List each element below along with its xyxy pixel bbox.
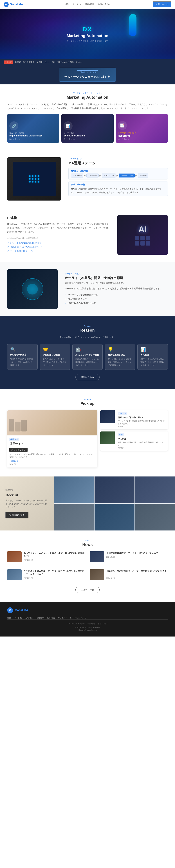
- ma-small-title: マーケティングオートメーション: [7, 92, 168, 94]
- ai-visual: AI: [135, 224, 150, 246]
- pickup-secondary-title-1: 日経ネット「私の心に響く」: [118, 416, 166, 419]
- news-title-3[interactable]: 今年のネットの人気度「マーケターは今どうしている」世界の「マーケターは今？」: [24, 569, 85, 576]
- recruit-title: Recruit: [5, 493, 49, 497]
- header-nav: 機能 サービス 価格/費用 お問い合わせ: [65, 3, 111, 6]
- hero-dx-label: DX: [67, 26, 108, 33]
- footer-nav-company[interactable]: 会社概要: [36, 617, 44, 619]
- ma-intro-section: マーケティングオートメーション Marketing Automation マーケ…: [0, 85, 175, 150]
- pickup-main-card[interactable]: 採用情報 採用サイト 詳しくはこちら マーケティング・デジタル変革に携わるメンバ…: [7, 410, 97, 467]
- news-title-2[interactable]: 今期製品の最新設定「マーケターは今どうしている？」: [106, 551, 168, 555]
- footer-nav-press[interactable]: プレスリリース: [58, 617, 72, 619]
- renewal-text: 全人ページをリニューアルしました: [64, 75, 111, 79]
- pickup-secondary-card-1[interactable]: BIネット 日経ネット「私の心に響く」 マーケティング分野の最前線で活躍する専門…: [100, 410, 168, 429]
- feature-card-reporting[interactable]: 📈 レポーティング/分析 Reporting 詳しく見る →: [116, 114, 168, 143]
- ma-step-1[interactable]: リード獲得: [71, 174, 83, 178]
- ai-link-3[interactable]: 特許出願済みの機能について: [65, 302, 168, 305]
- recruit-img-6: [135, 504, 175, 530]
- nav-item-features[interactable]: 機能: [65, 3, 69, 6]
- ai-grid-item-5: [140, 241, 145, 246]
- ma-step-4[interactable]: ナーチャリング: [119, 174, 135, 178]
- pickup-main-link[interactable]: ・採用情報: [9, 460, 95, 463]
- recruit-img-2: [94, 476, 134, 503]
- feature-card-label-1: 導入・データ連携: [9, 132, 57, 134]
- pickup-section: PickUp Pick up 採用情報 採用サイト 詳しくはこちら マーケティン…: [0, 390, 175, 476]
- scenario-icon: 📊: [66, 124, 70, 128]
- dot-5: [29, 178, 31, 180]
- reason-card-title-5: 導入支援: [140, 353, 165, 356]
- footer-terms[interactable]: 利用規約: [88, 622, 95, 625]
- ma-step-5[interactable]: 営業連携: [138, 174, 148, 178]
- bi-link-2[interactable]: 分析機能についての詳細はこちら: [7, 246, 110, 249]
- recruit-img-5: [94, 504, 134, 530]
- reason-icon-5: 📊: [140, 347, 165, 352]
- feature-card-link-1[interactable]: 詳しく見る →: [9, 138, 57, 141]
- header-cta-button[interactable]: お問い合わせ: [153, 1, 171, 7]
- bi-link-1[interactable]: BIツール連携機能の詳細はこちら: [7, 242, 110, 245]
- dot-8: [38, 178, 39, 180]
- footer-logo[interactable]: G Gocal MA: [7, 607, 28, 613]
- ma-stage-section: マーケティング MA運用ステージ MA導入・基盤整備 リード獲得 ▶ メール配信…: [0, 150, 175, 208]
- nav-item-pricing[interactable]: 価格/費用: [85, 3, 94, 6]
- ma-stage-box-2: 実践・運用改善 MA運用の成熟度を段階的に高めることで、マーケティングの効果を最…: [68, 181, 168, 196]
- header: G Gocal MA 機能 サービス 価格/費用 お問い合わせ お問い合わせ: [0, 0, 175, 9]
- news-item-3: 今年のネットの人気度「マーケターは今どうしている」世界の「マーケターは今？」 2…: [7, 569, 85, 580]
- feature-card-implementation[interactable]: 🔗 導入・データ連携 Implementation / Data linkage…: [7, 114, 59, 143]
- feature-card-link-2[interactable]: 詳しく見る →: [63, 138, 111, 141]
- footer: G Gocal MA 機能 サービス 価格/費用 会社概要 採用情報 プレスリリ…: [0, 602, 175, 637]
- pickup-title: Pick up: [7, 401, 168, 406]
- ma-step-2[interactable]: メール配信: [86, 174, 99, 178]
- ai-grid-item-1: [135, 236, 139, 240]
- footer-nav-services[interactable]: サービス: [14, 617, 22, 619]
- pickup-secondary-card-2[interactable]: 事例 導入事例 実際にGocal MAを活用した企業の成功事例をご紹介します。 …: [100, 432, 168, 451]
- news-title-4[interactable]: 会議銀行「私の活用事例」として、世界に発信していただきました。: [106, 569, 168, 576]
- news-title-1[interactable]: もうすぐフォームとリメインズメールで「The Pendu」に参加しました。: [24, 551, 85, 558]
- nav-item-contact[interactable]: お問い合わせ: [98, 3, 111, 6]
- nav-item-services[interactable]: サービス: [73, 3, 81, 6]
- ma-title: Marketing Automation: [7, 95, 168, 100]
- ai-link-2[interactable]: AI活用事例について: [65, 298, 168, 301]
- footer-nav-features[interactable]: 機能: [7, 617, 11, 619]
- recruit-button[interactable]: 採用情報を見る: [5, 512, 28, 519]
- ai-link-1[interactable]: マーケティング分析機能の詳細: [65, 293, 168, 297]
- ai-grid-item-4: [135, 241, 139, 246]
- reason-description: 多くの企業にご選択いただいている理由をご説明します。: [7, 336, 168, 340]
- reason-small-title: Reason: [7, 325, 168, 327]
- feature-card-link-3[interactable]: 詳しく見る →: [118, 138, 166, 141]
- ai-small-title: オーライ（AI製品）: [65, 272, 168, 275]
- ma-step-3[interactable]: スコアリング: [102, 174, 116, 178]
- news-more-button[interactable]: ニュース一覧: [76, 587, 99, 593]
- scenario-icon-circle: 📊: [63, 121, 72, 130]
- logo[interactable]: G Gocal MA: [4, 2, 23, 7]
- recruit-section: 採用情報 Recruit 私たちは、マーケティングとテクノロジーで世界を変える仲…: [0, 476, 175, 530]
- hero-main-title: Marketing Automation: [67, 33, 108, 38]
- ma-stage-steps: リード獲得 ▶ メール配信 ▶ スコアリング ▶ ナーチャリング ▶ 営業連携: [71, 174, 165, 178]
- footer-nav-recruit[interactable]: 採用情報: [47, 617, 55, 619]
- dot-4: [38, 175, 39, 177]
- footer-nav-pricing[interactable]: 価格/費用: [25, 617, 33, 619]
- news-item-4: 会議銀行「私の活用事例」として、世界に発信していただきました。 2024.01.…: [90, 569, 168, 580]
- notice-tag: お知らせ: [4, 60, 13, 64]
- footer-privacy[interactable]: プライバシーポリシー: [67, 622, 85, 625]
- bi-link-3[interactable]: データ活用支援サービス: [7, 250, 110, 253]
- reason-icon-1: 🔍: [10, 347, 35, 352]
- feature-card-scenario[interactable]: 📊 シナリオ配信 Scenario / Creation 詳しく見る →: [61, 114, 113, 143]
- reason-icon-3: 🤖: [76, 347, 100, 352]
- feature-card-title-1: Implementation / Data linkage: [9, 134, 57, 137]
- reason-card-desc-4: データ分析に基づいた施策立案で、効果的なマーケティングを実現します。: [108, 358, 132, 367]
- ai-section: オーライ（AI製品） オーライ（AI製品）開発中★特許出願済 独自開発のAI機能…: [0, 262, 175, 316]
- ai-grid-item-6: [146, 241, 150, 246]
- footer-nav-contact[interactable]: お問い合わせ: [75, 617, 86, 619]
- reason-card-1: 🔍 MA活用事例豊富 豊富な導入実績と活用事例をもとに、最適なMA運用をご提案し…: [7, 344, 38, 370]
- reason-card-title-1: MA活用事例豊富: [10, 353, 35, 356]
- footer-company-url: Gocal MA (gocalma.jp): [7, 629, 168, 631]
- footer-sitemap[interactable]: サイトマップ: [97, 622, 108, 625]
- reason-card-2: 🤝 きめ細かいご支援 専任のカスタマーサクセスが、導入から運用まで徹底サポートし…: [40, 344, 70, 370]
- pickup-main-cta[interactable]: 詳しくはこちら: [9, 448, 28, 452]
- recruit-label: 採用情報: [5, 489, 49, 491]
- news-item-1: もうすぐフォームとリメインズメールで「The Pendu」に参加しました。 20…: [7, 551, 85, 562]
- ai-grid-item-2: [140, 236, 145, 240]
- reason-more-button[interactable]: 詳細はこちら: [76, 374, 99, 380]
- pickup-main-card-body: 採用情報 採用サイト 詳しくはこちら マーケティング・デジタル変革に携わるメンバ…: [7, 435, 97, 467]
- pickup-secondary-tag-1: BIネット: [118, 412, 127, 415]
- notice-text[interactable]: 新機能「AIの活用事例」を公開しました。詳しくはこちらをご確認ください。: [15, 61, 84, 64]
